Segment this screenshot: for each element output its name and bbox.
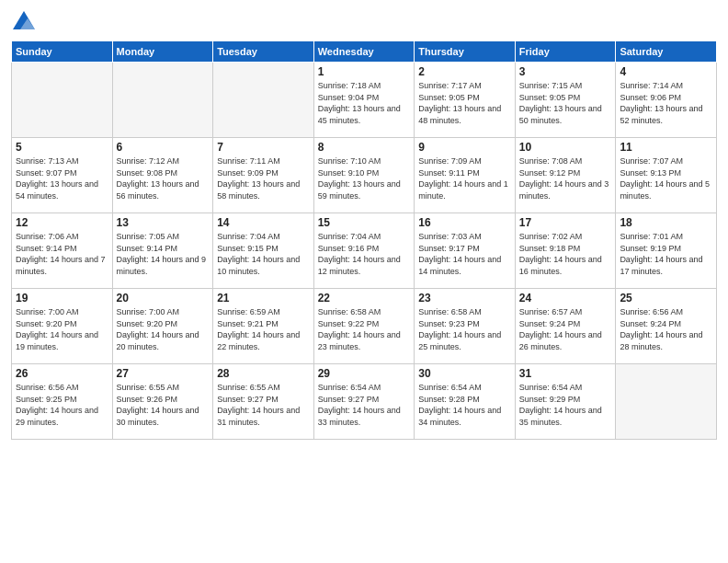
day-number: 8 [318, 141, 411, 154]
weekday-header: Wednesday [313, 41, 415, 63]
day-number: 25 [620, 292, 712, 304]
calendar-cell: 2Sunrise: 7:17 AM Sunset: 9:05 PM Daylig… [415, 63, 516, 138]
calendar-cell: 5Sunrise: 7:13 AM Sunset: 9:07 PM Daylig… [12, 138, 113, 213]
day-info: Sunrise: 6:57 AM Sunset: 9:24 PM Dayligh… [519, 306, 612, 352]
calendar-cell: 24Sunrise: 6:57 AM Sunset: 9:24 PM Dayli… [515, 289, 616, 364]
day-info: Sunrise: 7:04 AM Sunset: 9:15 PM Dayligh… [217, 231, 310, 277]
calendar-cell: 29Sunrise: 6:54 AM Sunset: 9:27 PM Dayli… [313, 364, 415, 440]
day-number: 29 [318, 367, 411, 380]
calendar-cell [616, 364, 717, 440]
calendar-cell: 25Sunrise: 6:56 AM Sunset: 9:24 PM Dayli… [616, 289, 717, 364]
page-container: SundayMondayTuesdayWednesdayThursdayFrid… [0, 0, 728, 563]
day-info: Sunrise: 7:03 AM Sunset: 9:17 PM Dayligh… [418, 231, 511, 277]
calendar-cell: 30Sunrise: 6:54 AM Sunset: 9:28 PM Dayli… [415, 364, 516, 440]
calendar-cell [12, 63, 113, 138]
day-number: 20 [117, 292, 210, 304]
calendar-cell: 13Sunrise: 7:05 AM Sunset: 9:14 PM Dayli… [112, 213, 213, 289]
day-info: Sunrise: 7:07 AM Sunset: 9:13 PM Dayligh… [620, 155, 712, 201]
calendar-week-row: 5Sunrise: 7:13 AM Sunset: 9:07 PM Daylig… [12, 138, 717, 213]
calendar-cell: 11Sunrise: 7:07 AM Sunset: 9:13 PM Dayli… [616, 138, 717, 213]
day-number: 11 [620, 141, 712, 154]
calendar-week-row: 26Sunrise: 6:56 AM Sunset: 9:25 PM Dayli… [12, 364, 717, 440]
calendar-cell: 1Sunrise: 7:18 AM Sunset: 9:04 PM Daylig… [313, 63, 415, 138]
day-number: 28 [217, 367, 310, 380]
day-info: Sunrise: 6:58 AM Sunset: 9:23 PM Dayligh… [418, 306, 511, 352]
weekday-header-row: SundayMondayTuesdayWednesdayThursdayFrid… [12, 41, 717, 63]
day-info: Sunrise: 6:56 AM Sunset: 9:24 PM Dayligh… [620, 306, 712, 352]
day-info: Sunrise: 7:10 AM Sunset: 9:10 PM Dayligh… [318, 155, 411, 201]
day-info: Sunrise: 6:56 AM Sunset: 9:25 PM Dayligh… [16, 382, 108, 428]
calendar-cell: 26Sunrise: 6:56 AM Sunset: 9:25 PM Dayli… [12, 364, 113, 440]
day-number: 26 [16, 367, 108, 380]
calendar-cell: 21Sunrise: 6:59 AM Sunset: 9:21 PM Dayli… [213, 289, 314, 364]
day-number: 18 [620, 216, 712, 229]
calendar-cell: 15Sunrise: 7:04 AM Sunset: 9:16 PM Dayli… [313, 213, 415, 289]
day-number: 5 [16, 141, 108, 154]
day-number: 4 [620, 65, 712, 78]
calendar-cell: 8Sunrise: 7:10 AM Sunset: 9:10 PM Daylig… [313, 138, 415, 213]
day-info: Sunrise: 7:02 AM Sunset: 9:18 PM Dayligh… [519, 231, 612, 277]
day-info: Sunrise: 7:11 AM Sunset: 9:09 PM Dayligh… [217, 155, 310, 201]
day-info: Sunrise: 6:55 AM Sunset: 9:26 PM Dayligh… [117, 382, 210, 428]
calendar-cell: 14Sunrise: 7:04 AM Sunset: 9:15 PM Dayli… [213, 213, 314, 289]
calendar-week-row: 12Sunrise: 7:06 AM Sunset: 9:14 PM Dayli… [12, 213, 717, 289]
calendar-cell: 9Sunrise: 7:09 AM Sunset: 9:11 PM Daylig… [415, 138, 516, 213]
weekday-header: Tuesday [213, 41, 314, 63]
day-info: Sunrise: 7:08 AM Sunset: 9:12 PM Dayligh… [519, 155, 612, 201]
calendar-cell: 27Sunrise: 6:55 AM Sunset: 9:26 PM Dayli… [112, 364, 213, 440]
calendar-cell: 17Sunrise: 7:02 AM Sunset: 9:18 PM Dayli… [515, 213, 616, 289]
day-number: 22 [318, 292, 411, 304]
day-number: 15 [318, 216, 411, 229]
day-number: 16 [418, 216, 511, 229]
day-number: 31 [519, 367, 612, 380]
calendar-cell: 18Sunrise: 7:01 AM Sunset: 9:19 PM Dayli… [616, 213, 717, 289]
calendar-cell: 31Sunrise: 6:54 AM Sunset: 9:29 PM Dayli… [515, 364, 616, 440]
day-info: Sunrise: 7:14 AM Sunset: 9:06 PM Dayligh… [620, 80, 712, 126]
day-number: 12 [16, 216, 108, 229]
calendar-table: SundayMondayTuesdayWednesdayThursdayFrid… [11, 40, 717, 440]
weekday-header: Sunday [12, 41, 113, 63]
logo-icon [11, 9, 37, 35]
day-number: 14 [217, 216, 310, 229]
day-info: Sunrise: 7:17 AM Sunset: 9:05 PM Dayligh… [418, 80, 511, 126]
calendar-cell [112, 63, 213, 138]
day-info: Sunrise: 6:54 AM Sunset: 9:29 PM Dayligh… [519, 382, 612, 428]
weekday-header: Friday [515, 41, 616, 63]
day-number: 3 [519, 65, 612, 78]
day-number: 1 [318, 65, 411, 78]
calendar-cell: 19Sunrise: 7:00 AM Sunset: 9:20 PM Dayli… [12, 289, 113, 364]
calendar-cell: 6Sunrise: 7:12 AM Sunset: 9:08 PM Daylig… [112, 138, 213, 213]
day-info: Sunrise: 7:12 AM Sunset: 9:08 PM Dayligh… [117, 155, 210, 201]
day-info: Sunrise: 7:15 AM Sunset: 9:05 PM Dayligh… [519, 80, 612, 126]
calendar-cell: 10Sunrise: 7:08 AM Sunset: 9:12 PM Dayli… [515, 138, 616, 213]
calendar-cell: 7Sunrise: 7:11 AM Sunset: 9:09 PM Daylig… [213, 138, 314, 213]
day-number: 6 [117, 141, 210, 154]
day-number: 19 [16, 292, 108, 304]
day-number: 27 [117, 367, 210, 380]
calendar-cell: 22Sunrise: 6:58 AM Sunset: 9:22 PM Dayli… [313, 289, 415, 364]
calendar-cell [213, 63, 314, 138]
day-info: Sunrise: 7:05 AM Sunset: 9:14 PM Dayligh… [117, 231, 210, 277]
day-info: Sunrise: 7:01 AM Sunset: 9:19 PM Dayligh… [620, 231, 712, 277]
day-number: 7 [217, 141, 310, 154]
logo [11, 9, 40, 35]
calendar-cell: 12Sunrise: 7:06 AM Sunset: 9:14 PM Dayli… [12, 213, 113, 289]
day-number: 30 [418, 367, 511, 380]
weekday-header: Saturday [616, 41, 717, 63]
day-number: 17 [519, 216, 612, 229]
calendar-cell: 20Sunrise: 7:00 AM Sunset: 9:20 PM Dayli… [112, 289, 213, 364]
calendar-cell: 23Sunrise: 6:58 AM Sunset: 9:23 PM Dayli… [415, 289, 516, 364]
calendar-cell: 28Sunrise: 6:55 AM Sunset: 9:27 PM Dayli… [213, 364, 314, 440]
calendar-cell: 3Sunrise: 7:15 AM Sunset: 9:05 PM Daylig… [515, 63, 616, 138]
day-info: Sunrise: 6:59 AM Sunset: 9:21 PM Dayligh… [217, 306, 310, 352]
day-info: Sunrise: 7:06 AM Sunset: 9:14 PM Dayligh… [16, 231, 108, 277]
calendar-week-row: 19Sunrise: 7:00 AM Sunset: 9:20 PM Dayli… [12, 289, 717, 364]
day-info: Sunrise: 7:09 AM Sunset: 9:11 PM Dayligh… [418, 155, 511, 201]
weekday-header: Thursday [415, 41, 516, 63]
day-number: 9 [418, 141, 511, 154]
day-number: 10 [519, 141, 612, 154]
day-number: 2 [418, 65, 511, 78]
day-info: Sunrise: 7:04 AM Sunset: 9:16 PM Dayligh… [318, 231, 411, 277]
calendar-cell: 4Sunrise: 7:14 AM Sunset: 9:06 PM Daylig… [616, 63, 717, 138]
day-info: Sunrise: 7:00 AM Sunset: 9:20 PM Dayligh… [117, 306, 210, 352]
